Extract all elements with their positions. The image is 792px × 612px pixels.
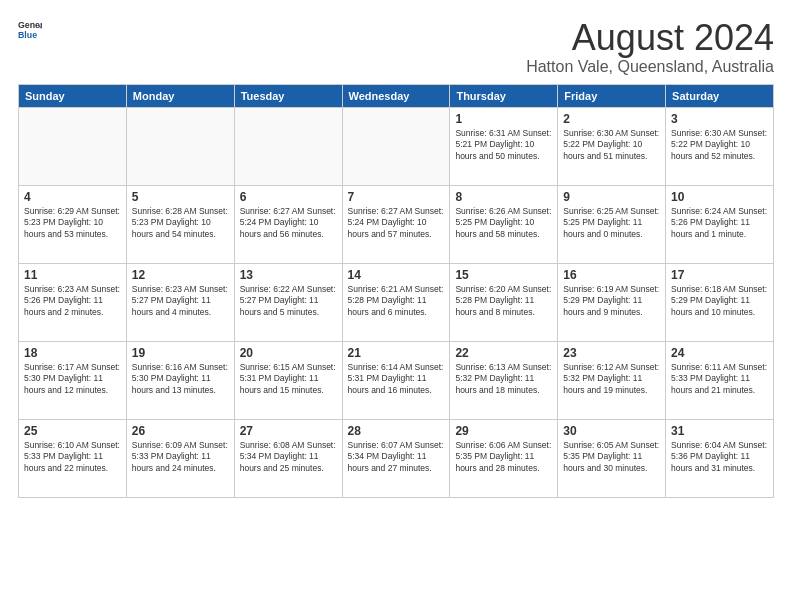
day-info: Sunrise: 6:13 AM Sunset: 5:32 PM Dayligh…: [455, 362, 552, 398]
header: General Blue August 2024 Hatton Vale, Qu…: [18, 18, 774, 76]
col-saturday: Saturday: [666, 84, 774, 107]
calendar-cell: 3Sunrise: 6:30 AM Sunset: 5:22 PM Daylig…: [666, 107, 774, 185]
calendar-cell: 24Sunrise: 6:11 AM Sunset: 5:33 PM Dayli…: [666, 341, 774, 419]
day-info: Sunrise: 6:20 AM Sunset: 5:28 PM Dayligh…: [455, 284, 552, 320]
col-tuesday: Tuesday: [234, 84, 342, 107]
calendar-cell: 22Sunrise: 6:13 AM Sunset: 5:32 PM Dayli…: [450, 341, 558, 419]
calendar-cell: 28Sunrise: 6:07 AM Sunset: 5:34 PM Dayli…: [342, 419, 450, 497]
day-number: 28: [348, 424, 445, 438]
day-info: Sunrise: 6:30 AM Sunset: 5:22 PM Dayligh…: [563, 128, 660, 164]
day-number: 21: [348, 346, 445, 360]
day-number: 11: [24, 268, 121, 282]
day-info: Sunrise: 6:23 AM Sunset: 5:26 PM Dayligh…: [24, 284, 121, 320]
calendar-cell: 4Sunrise: 6:29 AM Sunset: 5:23 PM Daylig…: [19, 185, 127, 263]
calendar-cell: 20Sunrise: 6:15 AM Sunset: 5:31 PM Dayli…: [234, 341, 342, 419]
day-info: Sunrise: 6:25 AM Sunset: 5:25 PM Dayligh…: [563, 206, 660, 242]
calendar-cell: [234, 107, 342, 185]
day-info: Sunrise: 6:16 AM Sunset: 5:30 PM Dayligh…: [132, 362, 229, 398]
day-number: 5: [132, 190, 229, 204]
day-info: Sunrise: 6:12 AM Sunset: 5:32 PM Dayligh…: [563, 362, 660, 398]
day-number: 20: [240, 346, 337, 360]
day-number: 18: [24, 346, 121, 360]
day-number: 29: [455, 424, 552, 438]
logo: General Blue: [18, 18, 42, 42]
day-number: 16: [563, 268, 660, 282]
day-info: Sunrise: 6:29 AM Sunset: 5:23 PM Dayligh…: [24, 206, 121, 242]
day-info: Sunrise: 6:31 AM Sunset: 5:21 PM Dayligh…: [455, 128, 552, 164]
day-number: 24: [671, 346, 768, 360]
day-number: 8: [455, 190, 552, 204]
calendar-cell: 26Sunrise: 6:09 AM Sunset: 5:33 PM Dayli…: [126, 419, 234, 497]
day-info: Sunrise: 6:27 AM Sunset: 5:24 PM Dayligh…: [348, 206, 445, 242]
logo-icon: General Blue: [18, 18, 42, 42]
calendar-cell: 19Sunrise: 6:16 AM Sunset: 5:30 PM Dayli…: [126, 341, 234, 419]
day-info: Sunrise: 6:17 AM Sunset: 5:30 PM Dayligh…: [24, 362, 121, 398]
calendar-cell: 1Sunrise: 6:31 AM Sunset: 5:21 PM Daylig…: [450, 107, 558, 185]
day-info: Sunrise: 6:23 AM Sunset: 5:27 PM Dayligh…: [132, 284, 229, 320]
calendar-week-2: 11Sunrise: 6:23 AM Sunset: 5:26 PM Dayli…: [19, 263, 774, 341]
calendar-cell: 29Sunrise: 6:06 AM Sunset: 5:35 PM Dayli…: [450, 419, 558, 497]
day-info: Sunrise: 6:14 AM Sunset: 5:31 PM Dayligh…: [348, 362, 445, 398]
day-number: 19: [132, 346, 229, 360]
day-number: 1: [455, 112, 552, 126]
day-number: 25: [24, 424, 121, 438]
day-info: Sunrise: 6:27 AM Sunset: 5:24 PM Dayligh…: [240, 206, 337, 242]
calendar-cell: 8Sunrise: 6:26 AM Sunset: 5:25 PM Daylig…: [450, 185, 558, 263]
calendar: Sunday Monday Tuesday Wednesday Thursday…: [18, 84, 774, 498]
calendar-cell: 10Sunrise: 6:24 AM Sunset: 5:26 PM Dayli…: [666, 185, 774, 263]
sub-title: Hatton Vale, Queensland, Australia: [526, 58, 774, 76]
day-info: Sunrise: 6:15 AM Sunset: 5:31 PM Dayligh…: [240, 362, 337, 398]
calendar-cell: 21Sunrise: 6:14 AM Sunset: 5:31 PM Dayli…: [342, 341, 450, 419]
day-info: Sunrise: 6:11 AM Sunset: 5:33 PM Dayligh…: [671, 362, 768, 398]
day-number: 10: [671, 190, 768, 204]
day-number: 30: [563, 424, 660, 438]
day-number: 3: [671, 112, 768, 126]
col-monday: Monday: [126, 84, 234, 107]
calendar-cell: 12Sunrise: 6:23 AM Sunset: 5:27 PM Dayli…: [126, 263, 234, 341]
day-number: 31: [671, 424, 768, 438]
day-number: 23: [563, 346, 660, 360]
col-wednesday: Wednesday: [342, 84, 450, 107]
day-number: 13: [240, 268, 337, 282]
calendar-cell: 31Sunrise: 6:04 AM Sunset: 5:36 PM Dayli…: [666, 419, 774, 497]
day-info: Sunrise: 6:19 AM Sunset: 5:29 PM Dayligh…: [563, 284, 660, 320]
calendar-cell: 5Sunrise: 6:28 AM Sunset: 5:23 PM Daylig…: [126, 185, 234, 263]
calendar-cell: 30Sunrise: 6:05 AM Sunset: 5:35 PM Dayli…: [558, 419, 666, 497]
day-number: 9: [563, 190, 660, 204]
col-thursday: Thursday: [450, 84, 558, 107]
day-number: 27: [240, 424, 337, 438]
calendar-cell: 14Sunrise: 6:21 AM Sunset: 5:28 PM Dayli…: [342, 263, 450, 341]
day-number: 7: [348, 190, 445, 204]
calendar-cell: 15Sunrise: 6:20 AM Sunset: 5:28 PM Dayli…: [450, 263, 558, 341]
day-info: Sunrise: 6:08 AM Sunset: 5:34 PM Dayligh…: [240, 440, 337, 476]
calendar-cell: 11Sunrise: 6:23 AM Sunset: 5:26 PM Dayli…: [19, 263, 127, 341]
day-number: 4: [24, 190, 121, 204]
calendar-cell: 16Sunrise: 6:19 AM Sunset: 5:29 PM Dayli…: [558, 263, 666, 341]
calendar-cell: 27Sunrise: 6:08 AM Sunset: 5:34 PM Dayli…: [234, 419, 342, 497]
calendar-week-0: 1Sunrise: 6:31 AM Sunset: 5:21 PM Daylig…: [19, 107, 774, 185]
day-number: 26: [132, 424, 229, 438]
col-friday: Friday: [558, 84, 666, 107]
calendar-cell: [19, 107, 127, 185]
calendar-week-1: 4Sunrise: 6:29 AM Sunset: 5:23 PM Daylig…: [19, 185, 774, 263]
calendar-cell: 2Sunrise: 6:30 AM Sunset: 5:22 PM Daylig…: [558, 107, 666, 185]
day-info: Sunrise: 6:04 AM Sunset: 5:36 PM Dayligh…: [671, 440, 768, 476]
day-info: Sunrise: 6:18 AM Sunset: 5:29 PM Dayligh…: [671, 284, 768, 320]
calendar-cell: 13Sunrise: 6:22 AM Sunset: 5:27 PM Dayli…: [234, 263, 342, 341]
day-number: 6: [240, 190, 337, 204]
calendar-cell: [342, 107, 450, 185]
col-sunday: Sunday: [19, 84, 127, 107]
calendar-cell: 17Sunrise: 6:18 AM Sunset: 5:29 PM Dayli…: [666, 263, 774, 341]
day-info: Sunrise: 6:26 AM Sunset: 5:25 PM Dayligh…: [455, 206, 552, 242]
day-number: 14: [348, 268, 445, 282]
calendar-week-3: 18Sunrise: 6:17 AM Sunset: 5:30 PM Dayli…: [19, 341, 774, 419]
main-title: August 2024: [526, 18, 774, 58]
day-info: Sunrise: 6:10 AM Sunset: 5:33 PM Dayligh…: [24, 440, 121, 476]
day-info: Sunrise: 6:05 AM Sunset: 5:35 PM Dayligh…: [563, 440, 660, 476]
day-info: Sunrise: 6:28 AM Sunset: 5:23 PM Dayligh…: [132, 206, 229, 242]
page: General Blue August 2024 Hatton Vale, Qu…: [0, 0, 792, 612]
day-info: Sunrise: 6:30 AM Sunset: 5:22 PM Dayligh…: [671, 128, 768, 164]
calendar-header-row: Sunday Monday Tuesday Wednesday Thursday…: [19, 84, 774, 107]
day-number: 17: [671, 268, 768, 282]
day-number: 2: [563, 112, 660, 126]
